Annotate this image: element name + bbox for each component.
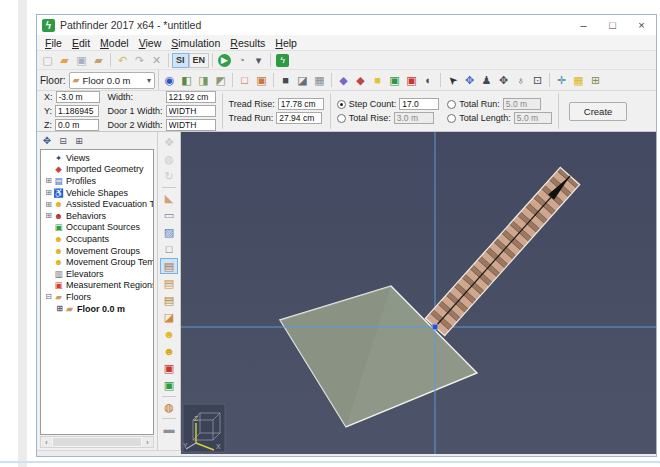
tree-item-occupant-sources[interactable]: ▣Occupant Sources bbox=[41, 222, 153, 234]
bw-cube-icon[interactable]: ◪ bbox=[294, 72, 311, 88]
si-units-button[interactable]: SI bbox=[172, 53, 189, 68]
occupant-tool[interactable]: ☻ bbox=[160, 326, 178, 342]
show-sources-icon[interactable]: ▣ bbox=[386, 72, 403, 88]
tree-item-elevators[interactable]: ▥Elevators bbox=[41, 268, 153, 280]
tree-item-floor-0-0-m[interactable]: ⊞▰Floor 0.0 m bbox=[41, 303, 153, 315]
3d-viewport[interactable]: Z Y X bbox=[181, 132, 656, 450]
redo-icon[interactable]: ↷ bbox=[131, 52, 148, 68]
scroll-thumb[interactable] bbox=[53, 438, 141, 446]
menu-edit[interactable]: Edit bbox=[67, 37, 95, 49]
viewport-canvas[interactable]: Z Y X bbox=[181, 132, 656, 454]
pan-tool-icon[interactable]: ✥ bbox=[495, 72, 512, 88]
total-length-radio[interactable] bbox=[447, 114, 456, 123]
tree-expander-icon[interactable]: ⊞ bbox=[44, 188, 53, 197]
scroll-left-button[interactable]: ‹ bbox=[41, 437, 52, 447]
total-rise-radio[interactable] bbox=[337, 114, 346, 123]
import-model-icon[interactable]: ▰ bbox=[90, 52, 107, 68]
minimize-button[interactable]: – bbox=[569, 15, 598, 35]
menu-model[interactable]: Model bbox=[95, 37, 134, 49]
reset-view-icon[interactable]: ◉ bbox=[161, 72, 178, 88]
zoom-box-tool-icon[interactable]: ⊡ bbox=[529, 72, 546, 88]
tree-horizontal-scrollbar[interactable]: ‹ › bbox=[40, 436, 154, 448]
tree-item-vehicle-shapes[interactable]: ⊞♿Vehicle Shapes bbox=[41, 187, 153, 199]
total-run-radio[interactable] bbox=[447, 100, 456, 109]
rotate-object-tool[interactable]: ↻ bbox=[160, 168, 178, 184]
snap-axis-icon[interactable]: ✛ bbox=[553, 72, 570, 88]
measurement-region-tool[interactable]: ▣ bbox=[160, 360, 178, 376]
save-icon[interactable]: ▣ bbox=[73, 52, 90, 68]
tread-rise-input[interactable] bbox=[278, 98, 324, 110]
show-geometry-icon[interactable]: ◆ bbox=[352, 72, 369, 88]
scroll-right-button[interactable]: › bbox=[142, 437, 153, 447]
obstruction-tool[interactable]: □ bbox=[160, 241, 178, 257]
gray-cube-icon[interactable]: ▦ bbox=[311, 72, 328, 88]
pathfinder-logo-icon[interactable]: ϟ bbox=[274, 52, 291, 68]
slab-tool[interactable]: ▨ bbox=[160, 224, 178, 240]
new-file-icon[interactable]: ▢ bbox=[39, 52, 56, 68]
zoom-tool-icon[interactable]: ♁ bbox=[512, 72, 529, 88]
delete-icon[interactable]: ✕ bbox=[148, 52, 165, 68]
rectangle-room-tool[interactable]: ▭ bbox=[160, 207, 178, 223]
menu-simulation[interactable]: Simulation bbox=[166, 37, 225, 49]
show-regions-icon[interactable]: ▣ bbox=[403, 72, 420, 88]
select-tool-icon[interactable]: ➤ bbox=[444, 72, 461, 88]
z-input[interactable] bbox=[55, 119, 99, 131]
ramp-tool[interactable]: ◪ bbox=[160, 309, 178, 325]
stairs-tool[interactable]: ▤ bbox=[160, 258, 178, 274]
orbit-object-tool[interactable]: ◍ bbox=[160, 151, 178, 167]
run-simulation-icon[interactable]: ▶ bbox=[216, 52, 233, 68]
expand-all-button[interactable]: ⊞ bbox=[72, 134, 86, 148]
menu-results[interactable]: Results bbox=[225, 37, 270, 49]
collapse-all-button[interactable]: ⊟ bbox=[56, 134, 70, 148]
create-button[interactable]: Create bbox=[569, 102, 628, 121]
orbit-tool-icon[interactable]: ✥ bbox=[461, 72, 478, 88]
move-object-tool[interactable]: ✥ bbox=[160, 134, 178, 150]
run-dropdown-icon[interactable]: ▾ bbox=[250, 52, 267, 68]
dark-cube-icon[interactable]: ■ bbox=[277, 72, 294, 88]
tree-expander-icon[interactable]: ⊟ bbox=[44, 292, 53, 301]
measure-tool[interactable]: ▬ bbox=[160, 421, 178, 437]
polygon-room-tool[interactable]: ◣ bbox=[160, 190, 178, 206]
show-navmesh-icon[interactable]: ◆ bbox=[335, 72, 352, 88]
tree-expander-icon[interactable]: ⊞ bbox=[44, 200, 53, 209]
width-input[interactable] bbox=[166, 91, 216, 103]
close-button[interactable]: × bbox=[627, 15, 656, 35]
open-folder-icon[interactable]: ▰ bbox=[56, 52, 73, 68]
step-count-radio[interactable] bbox=[337, 100, 346, 109]
maximize-button[interactable]: □ bbox=[598, 15, 627, 35]
menu-help[interactable]: Help bbox=[270, 37, 302, 49]
view-side-icon[interactable]: ◩ bbox=[212, 72, 229, 88]
navigate-view-icon[interactable]: ✥ bbox=[40, 134, 54, 148]
walk-tool-icon[interactable]: ♟ bbox=[478, 72, 495, 88]
tree-item-views[interactable]: ✦Views bbox=[41, 152, 153, 164]
en-units-button[interactable]: EN bbox=[189, 53, 210, 68]
tree-expander-icon[interactable]: ⊞ bbox=[55, 304, 64, 313]
tree-item-imported-geometry[interactable]: ◆Imported Geometry bbox=[41, 164, 153, 176]
door2-width-input[interactable] bbox=[166, 119, 216, 131]
grid-settings-icon[interactable]: ⊞ bbox=[587, 72, 604, 88]
view-top-icon[interactable]: ◧ bbox=[178, 72, 195, 88]
results-angle-icon[interactable]: ◔ bbox=[233, 52, 250, 68]
tree-item-movement-groups[interactable]: ☻Movement Groups bbox=[41, 245, 153, 257]
tree-item-movement-group-templates[interactable]: ☻Movement Group Templates bbox=[41, 256, 153, 268]
view-front-icon[interactable]: ◨ bbox=[195, 72, 212, 88]
tree-item-occupants[interactable]: ☻Occupants bbox=[41, 233, 153, 245]
occupant-group-tool[interactable]: ☻ bbox=[160, 343, 178, 359]
orientation-gizmo[interactable]: Z Y X bbox=[183, 404, 225, 452]
tree-expander-icon[interactable]: ⊞ bbox=[44, 176, 53, 185]
tree-item-floors[interactable]: ⊟▰Floors bbox=[41, 291, 153, 303]
landing-tool[interactable]: ▤ bbox=[160, 275, 178, 291]
tree-item-assisted-evacuation-teams[interactable]: ⊞☻Assisted Evacuation Teams bbox=[41, 198, 153, 210]
x-input[interactable] bbox=[56, 91, 100, 103]
door1-width-input[interactable] bbox=[166, 105, 216, 117]
tree-item-behaviors[interactable]: ⊞☻Behaviors bbox=[41, 210, 153, 222]
wireframe-mode-icon[interactable]: □ bbox=[236, 72, 253, 88]
show-occupants-icon[interactable]: ■ bbox=[369, 72, 386, 88]
imported-geometry-tool[interactable]: ◍ bbox=[160, 399, 178, 415]
occupant-source-tool[interactable]: ▣ bbox=[160, 377, 178, 393]
escalator-tool[interactable]: ▤ bbox=[160, 292, 178, 308]
tree-expander-icon[interactable]: ⊞ bbox=[44, 211, 53, 220]
menu-view[interactable]: View bbox=[134, 37, 167, 49]
tree-item-measurement-regions[interactable]: ▣Measurement Regions bbox=[41, 280, 153, 292]
step-count-input[interactable] bbox=[399, 98, 439, 110]
